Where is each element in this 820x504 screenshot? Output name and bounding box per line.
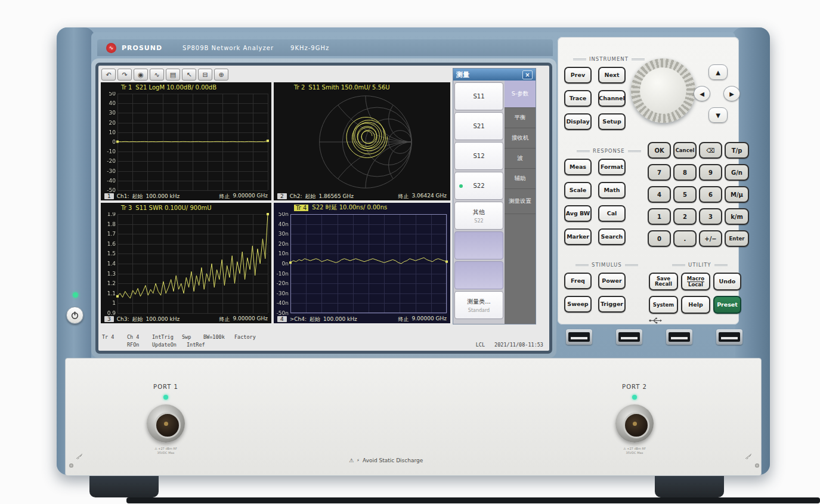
digit-0-button[interactable]: 0 bbox=[648, 230, 671, 247]
trace2-footer: 2 Ch2: 起始 1.86565 GHz 终止3.06424 GHz bbox=[274, 192, 450, 200]
tab-auxiliary[interactable]: 辅助 bbox=[505, 169, 536, 189]
softkey-s21[interactable]: S21 bbox=[454, 112, 503, 140]
screenshot-export-icon[interactable]: ▤ bbox=[166, 69, 180, 81]
trace1-plot[interactable]: Tr 1 S21 LogM 10.00dB/ 0.00dB 1 Ch1: 起始 … bbox=[101, 82, 271, 200]
channel4-number[interactable]: 4 bbox=[277, 316, 287, 322]
ch4-stop-freq: 9.00000 GHz bbox=[411, 316, 447, 323]
math-button[interactable]: Math bbox=[598, 182, 626, 199]
arrow-right-button[interactable]: ▶ bbox=[723, 86, 740, 101]
arrow-right-icon: ▶ bbox=[729, 91, 734, 97]
digit-6-button[interactable]: 6 bbox=[699, 186, 722, 203]
sweep-button[interactable]: Sweep bbox=[564, 296, 592, 313]
system-button[interactable]: System bbox=[649, 296, 678, 314]
close-icon[interactable]: × bbox=[522, 70, 533, 79]
digit-9-button[interactable]: 9 bbox=[699, 164, 722, 181]
trigger-button[interactable]: Trigger bbox=[598, 296, 626, 313]
backspace-button[interactable]: ⌫ bbox=[699, 142, 722, 159]
rotary-knob[interactable] bbox=[631, 58, 695, 123]
zoom-icon[interactable]: ⊕ bbox=[214, 69, 228, 81]
tab-meas-settings[interactable]: 测量设置 bbox=[505, 189, 536, 214]
softkey-meas-class[interactable]: 测量类...Standard bbox=[454, 291, 503, 319]
arrow-left-button[interactable]: ◀ bbox=[694, 86, 710, 101]
cal-button[interactable]: Cal bbox=[598, 205, 626, 222]
digit-5-button[interactable]: 5 bbox=[673, 186, 697, 203]
unit-giga-nano-button[interactable]: G/n bbox=[725, 164, 749, 181]
avg-bw-button[interactable]: Avg BW bbox=[564, 205, 592, 222]
tab-s-parameters[interactable]: S-参数 bbox=[505, 81, 536, 108]
instrument-keys: Prev Next Trace Channel Display Setup bbox=[564, 67, 626, 130]
ok-button[interactable]: OK bbox=[648, 142, 671, 159]
channel3-number[interactable]: 3 bbox=[104, 316, 114, 322]
softkey-other[interactable]: 其他S22 bbox=[454, 202, 503, 230]
trace3-label: Tr 3 bbox=[121, 205, 132, 211]
arrow-down-button[interactable]: ▼ bbox=[708, 107, 728, 123]
trace4-canvas[interactable] bbox=[274, 212, 450, 315]
save-recall-button[interactable]: SaveRecall bbox=[649, 273, 678, 290]
setup-button[interactable]: Setup bbox=[598, 113, 626, 130]
camera-icon[interactable]: ◉ bbox=[134, 69, 148, 81]
delete-trace-icon[interactable]: ⊟ bbox=[198, 69, 212, 81]
softkey-blank-1 bbox=[454, 231, 503, 259]
unit-kilo-milli-button[interactable]: k/m bbox=[725, 208, 749, 225]
format-button[interactable]: Format bbox=[598, 159, 626, 175]
trace2-plot[interactable]: Tr 2 S11 Smith 150.0mU/ 5.56U 2 Ch2: 起始 … bbox=[274, 82, 450, 200]
arrow-up-button[interactable]: ▲ bbox=[708, 64, 728, 80]
undo-button[interactable]: Undo bbox=[713, 273, 741, 290]
trace-button[interactable]: Trace bbox=[564, 90, 592, 107]
digit-8-button[interactable]: 8 bbox=[673, 164, 697, 181]
trace4-plot-active[interactable]: Tr 4 S22 时延 10.00ns/ 0.00ns 4 >Ch4: 起始 1… bbox=[274, 203, 450, 323]
digit-7-button[interactable]: 7 bbox=[648, 164, 671, 181]
digit-2-button[interactable]: 2 bbox=[673, 208, 697, 225]
prev-button[interactable]: Prev bbox=[564, 67, 592, 84]
enter-button[interactable]: Enter bbox=[725, 230, 749, 247]
port1-led bbox=[163, 395, 168, 400]
plus-minus-button[interactable]: +/− bbox=[699, 230, 722, 247]
macro-local-button[interactable]: MacroLocal bbox=[681, 273, 710, 290]
marker-button[interactable]: Marker bbox=[564, 228, 592, 245]
digit-3-button[interactable]: 3 bbox=[699, 208, 722, 225]
peak-search-icon[interactable]: ∿ bbox=[150, 69, 164, 81]
freq-button[interactable]: Freq bbox=[564, 273, 592, 289]
channel1-number[interactable]: 1 bbox=[104, 193, 114, 199]
trace4-label-highlighted: Tr 4 bbox=[294, 205, 308, 211]
tab-receiver[interactable]: 接收机 bbox=[505, 128, 536, 149]
digit-4-button[interactable]: 4 bbox=[648, 186, 671, 203]
power-button[interactable] bbox=[66, 307, 83, 324]
help-button[interactable]: Help bbox=[681, 296, 710, 314]
unit-tera-pico-button[interactable]: T/p bbox=[725, 142, 749, 159]
undo-icon[interactable]: ↶ bbox=[101, 69, 116, 81]
decimal-point-button[interactable]: . bbox=[673, 230, 697, 247]
scale-button[interactable]: Scale bbox=[564, 182, 592, 199]
trace3-plot[interactable]: Tr 3 S11 SWR 0.100U/ 900mU 3 Ch3: 起始 100… bbox=[101, 203, 271, 323]
search-button[interactable]: Search bbox=[598, 228, 626, 245]
trace3-format: S11 SWR 0.100U/ 900mU bbox=[135, 205, 211, 211]
meas-button[interactable]: Meas bbox=[564, 159, 592, 175]
trace3-canvas[interactable] bbox=[101, 212, 271, 315]
status-channel: Ch 4 bbox=[127, 334, 152, 340]
trace1-canvas[interactable] bbox=[101, 92, 271, 192]
tab-wave[interactable]: 波 bbox=[505, 149, 536, 169]
digit-1-button[interactable]: 1 bbox=[648, 208, 671, 225]
power-led bbox=[73, 292, 78, 298]
power-button-stimulus[interactable]: Power bbox=[598, 273, 626, 289]
port2-connector bbox=[615, 404, 654, 443]
trace2-canvas[interactable] bbox=[274, 92, 450, 192]
pointer-icon[interactable]: ↖ bbox=[182, 69, 196, 81]
softkey-s12[interactable]: S12 bbox=[454, 142, 503, 170]
rotary-knob-cap[interactable] bbox=[640, 67, 686, 114]
softkey-s11[interactable]: S11 bbox=[454, 82, 503, 110]
cancel-button[interactable]: Cancel bbox=[673, 142, 697, 159]
tab-balance[interactable]: 平衡 bbox=[505, 108, 536, 128]
softkey-s22[interactable]: S22 bbox=[454, 172, 503, 200]
preset-button[interactable]: Preset bbox=[713, 296, 741, 314]
usb-port-1 bbox=[566, 329, 592, 345]
display-button[interactable]: Display bbox=[564, 113, 592, 130]
port2-warning: ⚠ +27 dBm RF 35VDC Max bbox=[599, 447, 670, 454]
trace4-format: S22 时延 10.00ns/ 0.00ns bbox=[312, 203, 387, 212]
channel2-number[interactable]: 2 bbox=[277, 193, 287, 199]
unit-mega-micro-button[interactable]: M/µ bbox=[725, 186, 749, 203]
redo-icon[interactable]: ↷ bbox=[117, 69, 132, 81]
next-button[interactable]: Next bbox=[598, 67, 626, 84]
channel-button[interactable]: Channel bbox=[598, 90, 626, 107]
usb-port-2 bbox=[616, 329, 642, 345]
